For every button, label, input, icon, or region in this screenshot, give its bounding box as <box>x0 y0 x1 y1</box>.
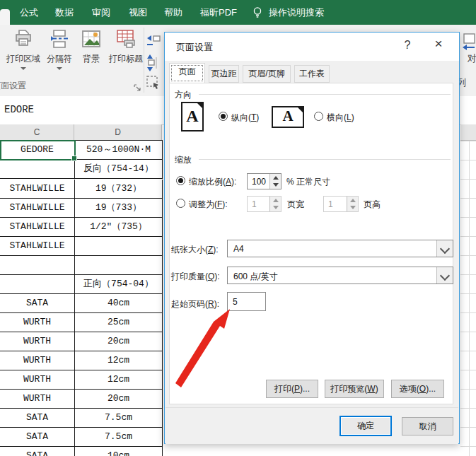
dropdown-button[interactable] <box>436 267 453 283</box>
options-button[interactable]: 选项(O)... <box>391 380 444 398</box>
background-button[interactable]: 背景 <box>76 28 106 65</box>
clipped-distribute-icon[interactable] <box>146 54 162 74</box>
cancel-button[interactable]: 取消 <box>402 417 453 435</box>
cell-d[interactable]: 40cm <box>74 294 163 313</box>
clipped-active-tab[interactable] <box>0 9 10 25</box>
dropdown-button[interactable] <box>436 240 453 257</box>
fit-to-label[interactable]: 调整为(F): <box>189 199 228 211</box>
adjust-to-radio[interactable] <box>176 176 185 185</box>
cell-d[interactable]: 12cm <box>74 351 163 370</box>
gridline <box>460 312 476 313</box>
breaks-button[interactable]: 分隔符 <box>44 28 75 70</box>
gridline <box>460 446 476 447</box>
print-area-icon <box>4 28 42 52</box>
breaks-label: 分隔符 <box>47 54 72 64</box>
cell-d[interactable]: 19（732） <box>74 180 163 199</box>
cell-c[interactable] <box>0 275 74 294</box>
close-icon[interactable]: × <box>429 36 448 52</box>
ribbon-tab-foxit-pdf[interactable]: 福昕PDF <box>200 6 237 19</box>
print-titles-label: 打印标题 <box>109 54 143 64</box>
ribbon-tab-formulas[interactable]: 公式 <box>20 6 38 19</box>
tab-header-footer[interactable]: 页眉/页脚 <box>243 65 291 83</box>
ribbon-tab-help[interactable]: 帮助 <box>164 6 182 19</box>
cell-d[interactable]: 10cm <box>74 447 163 456</box>
cell-c[interactable] <box>0 256 74 275</box>
gridline <box>460 293 476 294</box>
cell-d[interactable]: 25cm <box>74 313 163 332</box>
cell-c[interactable]: STAHLWILLE <box>0 237 74 256</box>
cell-c[interactable]: STAHLWILLE <box>0 218 74 237</box>
print-quality-select[interactable]: 600 点/英寸 <box>227 267 453 284</box>
cell-c[interactable]: SATA <box>0 409 74 428</box>
fit-height-value: 1 <box>328 199 333 209</box>
spinner-buttons[interactable] <box>347 197 358 211</box>
print-area-button[interactable]: 打印区域 <box>4 28 42 70</box>
selection-border <box>0 140 76 160</box>
portrait-label[interactable]: 纵向(T) <box>231 112 259 124</box>
print-button[interactable]: 打印(P)... <box>266 380 318 398</box>
ribbon-tab-data[interactable]: 数据 <box>55 6 74 19</box>
spinner-buttons[interactable] <box>269 174 281 189</box>
cell-d[interactable]: 20cm <box>74 332 163 351</box>
fit-to-radio[interactable] <box>176 199 185 208</box>
cell-c[interactable]: SATA <box>0 294 74 313</box>
dialog-titlebar[interactable]: 页面设置 ? × <box>165 33 459 61</box>
cell-d[interactable]: 正向（754-04） <box>74 275 163 294</box>
cell-c[interactable] <box>0 160 74 179</box>
column-header-d[interactable]: D <box>74 124 162 141</box>
paper-size-select[interactable]: A4 <box>227 240 453 257</box>
cell-c[interactable]: WURTH <box>0 370 74 390</box>
clipped-column-header[interactable] <box>460 124 476 141</box>
tell-me-search[interactable]: 操作说明搜索 <box>269 6 324 19</box>
cell-c[interactable]: SATA <box>0 428 74 447</box>
cell-d[interactable] <box>74 256 163 275</box>
cell-d[interactable] <box>74 237 163 256</box>
cell-d[interactable]: 7.5cm <box>74 409 163 428</box>
cell-c[interactable]: SATA <box>0 447 74 456</box>
cell-c[interactable]: STAHLWILLE <box>0 199 74 218</box>
cell-d[interactable]: 1/2″（735） <box>74 218 163 237</box>
adjust-to-label[interactable]: 缩放比例(A): <box>189 176 236 188</box>
print-preview-button[interactable]: 打印预览(W) <box>325 380 384 398</box>
tab-margins[interactable]: 页边距 <box>209 65 239 83</box>
ok-button[interactable]: 确定 <box>339 416 392 436</box>
normal-size-label: % 正常尺寸 <box>286 176 330 188</box>
table-row: STAHLWILLE <box>0 237 162 256</box>
portrait-radio[interactable] <box>219 112 228 121</box>
fill-handle[interactable] <box>71 156 77 161</box>
landscape-label[interactable]: 横向(L) <box>327 112 354 124</box>
zoom-spinner[interactable]: 100 <box>247 173 281 189</box>
cell-c[interactable]: WURTH <box>0 390 74 409</box>
cell-c[interactable]: WURTH <box>0 313 74 332</box>
chevron-down-icon[interactable] <box>21 67 26 70</box>
cell-d[interactable]: 12cm <box>74 370 163 390</box>
dialog-launcher-icon[interactable] <box>133 82 141 95</box>
first-page-number-input[interactable] <box>227 292 266 311</box>
fit-height-spinner[interactable]: 1 <box>323 196 359 212</box>
ribbon-tab-view[interactable]: 视图 <box>129 6 147 19</box>
print-titles-button[interactable]: 打印标题 <box>108 28 144 65</box>
help-icon[interactable]: ? <box>400 39 414 52</box>
column-header-c[interactable]: C <box>0 124 74 141</box>
clipped-align-icon[interactable] <box>146 35 162 49</box>
cell-d[interactable]: 520～1000N·M <box>74 140 163 160</box>
cell-c[interactable]: WURTH <box>0 351 74 370</box>
ribbon-tab-review[interactable]: 审阅 <box>92 6 110 19</box>
cell-d[interactable]: 20cm <box>74 390 163 409</box>
tab-sheet[interactable]: 工作表 <box>294 65 330 83</box>
chevron-down-icon[interactable] <box>57 67 62 70</box>
page-setup-group-label: 页面设置 <box>0 80 26 92</box>
table-row <box>0 256 162 275</box>
clipped-ribbon-icon[interactable] <box>462 33 476 54</box>
spinner-buttons[interactable] <box>269 197 281 211</box>
tab-page[interactable]: 页面 <box>169 63 205 83</box>
cell-d[interactable]: 7.5cm <box>74 428 163 447</box>
cell-c[interactable]: STAHLWILLE <box>0 180 74 199</box>
landscape-radio[interactable] <box>314 112 323 121</box>
cell-c[interactable]: WURTH <box>0 332 74 351</box>
cell-d[interactable]: 反向（754-14） <box>74 160 163 179</box>
cell-d[interactable]: 19（733） <box>74 199 163 218</box>
fit-width-spinner[interactable]: 1 <box>247 196 281 212</box>
group-divider <box>199 159 451 160</box>
clipped-selection-pane-icon[interactable] <box>146 76 162 94</box>
